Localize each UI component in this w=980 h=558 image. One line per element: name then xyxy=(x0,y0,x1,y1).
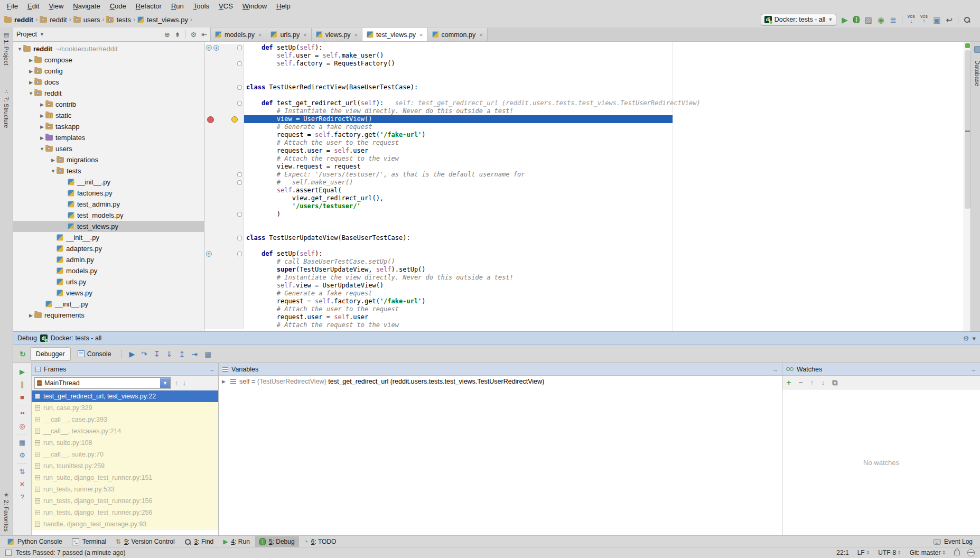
code-line[interactable]: # Attach the user to the request xyxy=(204,305,964,313)
overrides-method-icon[interactable]: ↑ xyxy=(206,45,212,51)
thread-dropdown-button[interactable]: ▼ xyxy=(160,378,170,388)
menu-file[interactable]: File xyxy=(2,1,23,11)
code-line[interactable]: # Attach the request to the view xyxy=(204,321,964,329)
menu-edit[interactable]: Edit xyxy=(23,1,44,11)
stack-frame[interactable]: run_tests, django_test_runner.py:256 xyxy=(32,507,218,518)
menu-vcs[interactable]: VCS xyxy=(214,1,238,11)
run-configurations-icon[interactable]: ≣ xyxy=(890,16,897,24)
help-icon[interactable]: ? xyxy=(13,490,31,503)
highlighting-level-icon[interactable] xyxy=(967,549,975,556)
tree-item-__init__-py[interactable]: __init__.py xyxy=(13,299,204,310)
vcs-commit-icon[interactable]: VCS↑ xyxy=(920,15,928,24)
locate-icon[interactable]: ⊕ xyxy=(164,31,170,38)
code-line[interactable]: self.assertEqual( xyxy=(204,187,964,194)
coverage-icon[interactable]: ▨ xyxy=(865,16,872,24)
code-line[interactable]: # Expect: '/users/testuser/', as that is… xyxy=(204,171,964,179)
tree-item-migrations[interactable]: ▶migrations xyxy=(13,154,204,165)
code-line[interactable]: class TestUserRedirectView(BaseUserTestC… xyxy=(204,83,964,91)
tree-item-__init__-py[interactable]: __init__.py xyxy=(13,176,204,188)
tree-item-compose[interactable]: ▶compose xyxy=(13,54,204,66)
code-fold-icon[interactable] xyxy=(237,252,242,256)
editor-tab-urls-py[interactable]: urls.py× xyxy=(266,28,311,41)
recent-changes-icon[interactable]: ▣ xyxy=(933,16,940,24)
code-line[interactable] xyxy=(204,91,964,99)
close-tab-icon[interactable]: × xyxy=(303,32,306,38)
force-step-into-icon[interactable]: ⇓ xyxy=(163,350,176,358)
menu-refactor[interactable]: Refactor xyxy=(131,1,166,11)
tool-tab-python-console[interactable]: Python Console xyxy=(3,536,67,547)
code-line[interactable]: request.user = self.user xyxy=(204,313,964,321)
line-ending-selector[interactable]: LF⇕ xyxy=(857,549,870,556)
breadcrumb-item[interactable]: tests xyxy=(106,16,130,24)
code-line[interactable] xyxy=(204,242,964,250)
breadcrumb-item[interactable]: reddit xyxy=(40,16,67,24)
git-branch-selector[interactable]: Git: master⇕ xyxy=(910,549,946,556)
editor-tab-test_views-py[interactable]: test_views.py× xyxy=(362,28,427,41)
tool-tab-terminal[interactable]: >_Terminal xyxy=(68,536,110,547)
search-icon[interactable] xyxy=(964,16,970,23)
code-line[interactable] xyxy=(204,76,964,83)
rollback-icon[interactable]: ↩ xyxy=(946,16,953,24)
move-up-icon[interactable]: ↑ xyxy=(810,379,814,386)
code-line[interactable]: request = self.factory.get('/fake-url') xyxy=(204,297,964,305)
tool-tab-version-control[interactable]: ⇅9: Version Control xyxy=(111,536,179,547)
show-execution-point-icon[interactable]: ▶ xyxy=(126,350,138,358)
tree-item-taskapp[interactable]: ▶taskapp xyxy=(13,121,204,132)
tool-tab-run[interactable]: ▶4: Run xyxy=(219,536,254,547)
stack-frame[interactable]: __call__, testcases.py:214 xyxy=(32,425,218,437)
move-down-icon[interactable]: ↓ xyxy=(821,379,825,386)
editor-tab-views-py[interactable]: views.py× xyxy=(312,28,362,41)
intention-bulb-icon[interactable] xyxy=(231,116,238,123)
code-fold-icon[interactable] xyxy=(237,45,242,50)
chevron-down-icon[interactable]: ▼ xyxy=(40,32,44,37)
stop-program-icon[interactable]: ■ xyxy=(13,390,31,403)
stack-frame[interactable]: run, tcunittest.py:259 xyxy=(32,460,218,472)
editor-scrollbar[interactable] xyxy=(964,42,971,331)
vcs-update-icon[interactable]: VCS↓ xyxy=(908,15,915,24)
hide-panel-icon[interactable]: ▾ xyxy=(972,335,976,342)
code-line[interactable] xyxy=(204,226,964,234)
close-tab-icon[interactable]: × xyxy=(258,32,262,38)
code-line[interactable]: class TestUserUpdateView(BaseUserTestCas… xyxy=(204,234,964,242)
code-line[interactable]: # call BaseUserTestCase.setUp() xyxy=(204,258,964,266)
code-line[interactable]: # Instantiate the view directly. Never d… xyxy=(204,274,964,282)
tree-item-adapters-py[interactable]: adapters.py xyxy=(13,243,204,254)
tree-item-models-py[interactable]: models.py xyxy=(13,265,204,276)
code-editor[interactable]: ↑↓ def setUp(self): self.user = self.mak… xyxy=(204,42,980,331)
pin-tab-icon[interactable]: ⇅ xyxy=(13,465,31,478)
close-tab-icon[interactable]: × xyxy=(354,32,358,38)
tree-item-admin-py[interactable]: admin.py xyxy=(13,254,204,265)
tool-stripe-favorites[interactable]: ★2: Favorites xyxy=(0,492,13,532)
encoding-selector[interactable]: UTF-8⇕ xyxy=(878,549,901,556)
step-into-icon[interactable]: ↧ xyxy=(151,350,163,358)
code-fold-icon[interactable] xyxy=(237,212,242,217)
next-frame-icon[interactable]: ↓ xyxy=(183,379,186,387)
remove-watch-icon[interactable]: − xyxy=(798,379,802,386)
collapse-all-icon[interactable]: ⇟ xyxy=(175,31,181,38)
hide-icon[interactable]: ⇤ xyxy=(201,31,207,38)
code-fold-icon[interactable] xyxy=(237,180,242,185)
code-line[interactable]: self.view = UserUpdateView() xyxy=(204,282,964,290)
close-tab-icon[interactable]: × xyxy=(419,32,423,38)
code-line[interactable] xyxy=(204,68,964,76)
tree-item-reddit[interactable]: ▼reddit xyxy=(13,88,204,99)
stack-frame[interactable]: run, suite.py:108 xyxy=(32,437,218,449)
code-line[interactable]: def test_get_redirect_url(self): self: t… xyxy=(204,99,964,107)
tool-stripe-project[interactable]: ▤1: Project xyxy=(0,32,13,66)
menu-window[interactable]: Window xyxy=(238,1,272,11)
overrides-method-icon[interactable]: ↑ xyxy=(206,251,212,257)
code-line[interactable] xyxy=(204,218,964,226)
code-line[interactable]: # Attach the user to the request xyxy=(204,139,964,147)
tree-item-contrib[interactable]: ▶contrib xyxy=(13,99,204,110)
run-icon[interactable]: ▶ xyxy=(842,16,848,24)
previous-frame-icon[interactable]: ↑ xyxy=(175,379,179,387)
breadcrumb-item[interactable]: reddit xyxy=(4,16,33,24)
code-fold-icon[interactable] xyxy=(237,85,242,90)
resume-program-icon[interactable]: ▶ xyxy=(13,365,31,378)
code-fold-icon[interactable] xyxy=(237,236,242,240)
tree-item-config[interactable]: ▶config xyxy=(13,66,204,77)
variable-row[interactable]: ▶self = {TestUserRedirectView} test_get_… xyxy=(222,378,779,385)
stack-frame[interactable]: run_tests, runner.py:533 xyxy=(32,483,218,495)
debug-bug-icon[interactable] xyxy=(853,16,860,23)
tree-item-docs[interactable]: ▶docs xyxy=(13,77,204,88)
